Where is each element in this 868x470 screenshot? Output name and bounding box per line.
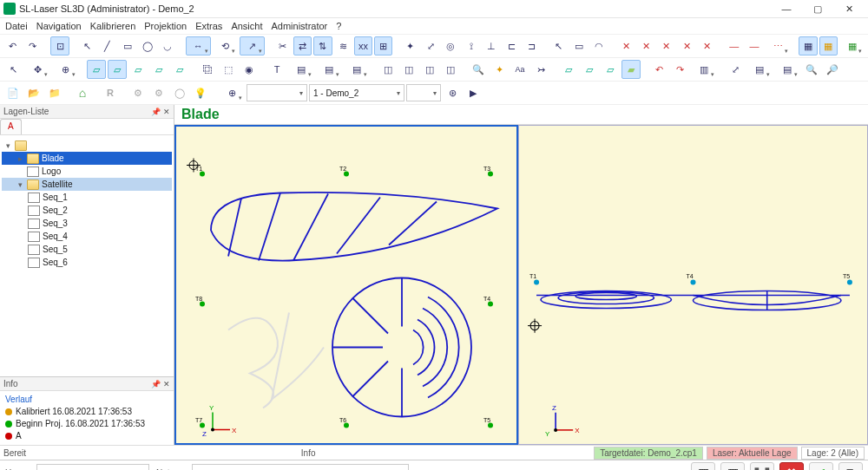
t2-a1-icon[interactable]: ▤ (288, 60, 314, 79)
t2-text-icon[interactable]: T (267, 60, 286, 79)
t2-g3-icon[interactable]: ▱ (601, 60, 620, 79)
tree-root[interactable]: ▾ (2, 139, 172, 152)
tree-seq-4[interactable]: Seq_4 (2, 230, 172, 243)
t2-copy-icon[interactable]: ⿻ (198, 60, 217, 79)
tool-move-icon[interactable]: ↔ (186, 36, 211, 55)
t2-flash-icon[interactable]: ✦ (490, 60, 509, 79)
t3-combo1[interactable] (247, 84, 307, 101)
footer-ok-button[interactable]: ✔ (809, 462, 833, 470)
t2-d1-icon[interactable]: ▤ (746, 60, 773, 79)
t2-sphere-icon[interactable]: ◉ (240, 60, 259, 79)
t3-play-icon[interactable]: ▶ (464, 83, 483, 102)
viewport-left[interactable]: T1 T2 T3 T4 T5 T6 T7 T8 (174, 125, 518, 445)
tool-sel-lasso-icon[interactable]: ◠ (590, 36, 608, 55)
tree-seq-1[interactable]: Seq_1 (2, 191, 172, 204)
tree-item-blade[interactable]: ▸Blade (2, 152, 172, 165)
menu-navigation[interactable]: Navigation (36, 21, 82, 31)
t3-gear2-icon[interactable]: ⚙ (149, 83, 168, 102)
menu-kalibrieren[interactable]: Kalibrieren (90, 21, 136, 31)
tool-snap-icon[interactable]: ⊡ (50, 36, 69, 55)
t2-layer5-icon[interactable]: ▱ (170, 60, 189, 79)
t2-zoom-icon[interactable]: 🔍 (802, 60, 821, 79)
t3-gear1-icon[interactable]: ⚙ (128, 83, 148, 102)
menu-projektion[interactable]: Projektion (144, 21, 187, 31)
menu-datei[interactable]: Datei (5, 21, 28, 31)
t2-a3-icon[interactable]: ▤ (344, 60, 370, 79)
tool-sel-box-icon[interactable]: ▭ (569, 36, 588, 55)
layer-tree[interactable]: ▾ ▸Blade Logo ▾Satellite Seq_1 Seq_2 Seq… (0, 135, 174, 376)
t2-g1-icon[interactable]: ▱ (559, 60, 578, 79)
t2-aa-icon[interactable]: Aa (510, 60, 529, 79)
tree-item-satellite[interactable]: ▾Satellite (2, 178, 172, 191)
tool-redo-icon[interactable]: ↷ (23, 36, 42, 55)
t2-layer2-icon[interactable]: ▱ (108, 60, 127, 79)
notes-input[interactable] (192, 464, 409, 470)
pin-icon[interactable]: 📌 ✕ (151, 108, 170, 116)
window-minimize[interactable]: — (771, 0, 802, 17)
tool-rotate-icon[interactable]: ⟲ (213, 36, 238, 55)
tree-seq-2[interactable]: Seq_2 (2, 204, 172, 217)
t2-move-icon[interactable]: ✥ (24, 60, 50, 79)
t2-b2-icon[interactable]: ◫ (399, 60, 418, 79)
tree-item-logo[interactable]: Logo (2, 165, 172, 178)
t2-layer3-icon[interactable]: ▱ (128, 60, 148, 79)
t2-expand-icon[interactable]: ⤢ (726, 60, 745, 79)
tool-mirror-h-icon[interactable]: ⇄ (293, 36, 312, 55)
tool-mirror-v-icon[interactable]: ⇅ (313, 36, 332, 55)
menu-administrator[interactable]: Administrator (271, 21, 327, 31)
tool-x5-icon[interactable]: ✕ (698, 36, 716, 55)
tool-text-icon[interactable]: xx (354, 36, 372, 55)
t2-g4-icon[interactable]: ▰ (621, 60, 641, 79)
t2-c1-icon[interactable]: ▥ (691, 60, 717, 79)
footer-btn-1[interactable]: ▥ (691, 462, 715, 470)
menu-extras[interactable]: Extras (195, 21, 222, 31)
tool-trim-icon[interactable]: ✂ (273, 36, 292, 55)
window-maximize[interactable]: ▢ (802, 0, 833, 17)
tool-dash2-icon[interactable]: — (745, 36, 763, 55)
t2-arrow-icon[interactable]: ↣ (531, 60, 550, 79)
t3-r-icon[interactable]: R (101, 83, 120, 102)
tool-x1-icon[interactable]: ✕ (617, 36, 635, 55)
t3-refresh-icon[interactable]: ⊛ (443, 83, 462, 102)
t2-undo2-icon[interactable]: ↶ (649, 60, 668, 79)
tool-sel-arrow-icon[interactable]: ↖ (549, 36, 568, 55)
tool-x4-icon[interactable]: ✕ (678, 36, 696, 55)
t2-a2-icon[interactable]: ▤ (316, 60, 342, 79)
tool-t3-icon[interactable]: ◎ (442, 36, 460, 55)
t3-bulb-icon[interactable]: 💡 (191, 83, 210, 102)
t3-save-icon[interactable]: 📁 (45, 83, 64, 102)
t3-home-icon[interactable]: ⌂ (73, 83, 92, 102)
t2-find-icon[interactable]: 🔍 (469, 60, 488, 79)
tool-dash1-icon[interactable]: — (725, 36, 743, 55)
tool-scale-icon[interactable]: ↗ (240, 36, 265, 55)
tool-t5-icon[interactable]: ⊥ (482, 36, 500, 55)
tool-x2-icon[interactable]: ✕ (637, 36, 655, 55)
tool-line-icon[interactable]: ╱ (98, 36, 116, 55)
info-pin-icon[interactable]: 📌 ✕ (151, 380, 170, 388)
t2-b4-icon[interactable]: ◫ (441, 60, 460, 79)
footer-pause-button[interactable]: ❚❚ (750, 462, 774, 470)
t3-globe-icon[interactable]: ◯ (170, 83, 189, 102)
tree-seq-3[interactable]: Seq_3 (2, 217, 172, 230)
t3-combo-file[interactable]: 1 - Demo_2 (309, 84, 404, 101)
t3-combo3[interactable] (406, 84, 441, 101)
tool-t7-icon[interactable]: ⊐ (523, 36, 541, 55)
t3-target-icon[interactable]: ⊕ (219, 83, 245, 102)
tool-view2-icon[interactable]: ▦ (819, 36, 838, 55)
sidebar-tab-a[interactable]: A (0, 119, 22, 134)
user-input[interactable] (36, 464, 149, 470)
tool-arc-icon[interactable]: ◡ (159, 36, 177, 55)
footer-stop-button[interactable]: ✖ (779, 462, 804, 470)
tool-view1-icon[interactable]: ▦ (799, 36, 817, 55)
footer-btn-2[interactable]: ▥ (720, 462, 745, 470)
t2-cursor-icon[interactable]: ⬚ (219, 60, 238, 79)
tool-align-icon[interactable]: ⊞ (374, 36, 392, 55)
tool-t1-icon[interactable]: ✦ (401, 36, 419, 55)
t2-g2-icon[interactable]: ▱ (580, 60, 599, 79)
t2-b3-icon[interactable]: ◫ (420, 60, 439, 79)
t2-layer1-icon[interactable]: ▱ (87, 60, 106, 79)
tool-x3-icon[interactable]: ✕ (657, 36, 675, 55)
t2-pointer-icon[interactable]: ↖ (3, 60, 23, 79)
menu-help[interactable]: ? (336, 21, 341, 31)
menu-ansicht[interactable]: Ansicht (231, 21, 262, 31)
